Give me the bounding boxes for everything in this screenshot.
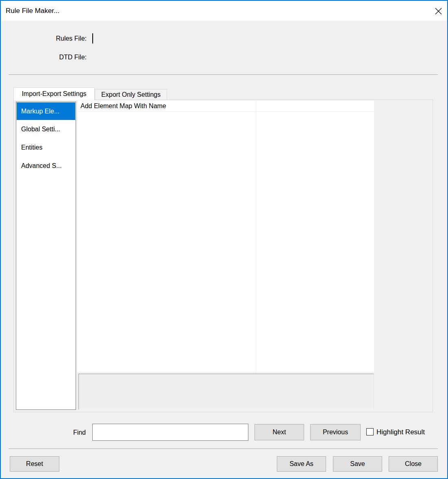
- save-button[interactable]: Save: [333, 456, 382, 472]
- list-item-entities[interactable]: Entities: [17, 138, 75, 157]
- list-item-global-settings[interactable]: Global Setti...: [17, 120, 75, 138]
- rule-file-maker-dialog: Rule File Maker... Rules File: DTD File:…: [0, 0, 448, 479]
- bottom-separator: [9, 449, 438, 449]
- dtd-file-label: DTD File:: [1, 53, 87, 62]
- dtd-file-value: [91, 51, 254, 63]
- rules-file-label: Rules File:: [1, 34, 87, 43]
- top-separator: [9, 74, 438, 75]
- find-label: Find: [1, 428, 86, 437]
- save-as-button[interactable]: Save As: [277, 456, 326, 472]
- title-bar: Rule File Maker...: [1, 1, 447, 21]
- tab-export-only-settings[interactable]: Export Only Settings: [95, 89, 167, 100]
- highlight-result-checkbox[interactable]: [366, 428, 374, 435]
- text-caret: [92, 33, 93, 44]
- previous-button[interactable]: Previous: [310, 424, 361, 440]
- element-map-panel[interactable]: Add Element Map With Name: [77, 100, 374, 372]
- tab-import-export-settings[interactable]: Import-Export Settings: [13, 87, 95, 100]
- close-button-footer[interactable]: Close: [389, 456, 438, 472]
- list-item-advanced-settings[interactable]: Advanced S...: [17, 157, 75, 175]
- highlight-result-label: Highlight Result: [376, 428, 425, 436]
- reset-button[interactable]: Reset: [10, 456, 59, 472]
- list-item-markup-elements[interactable]: Markup Ele...: [17, 102, 75, 120]
- next-button[interactable]: Next: [254, 424, 304, 440]
- window-title: Rule File Maker...: [1, 7, 59, 15]
- detail-panel: [78, 374, 374, 409]
- find-input[interactable]: [92, 424, 248, 441]
- close-button[interactable]: [433, 6, 443, 16]
- settings-category-list[interactable]: Markup Ele... Global Setti... Entities A…: [16, 102, 76, 410]
- element-map-header: Add Element Map With Name: [77, 100, 374, 112]
- rules-file-value[interactable]: [91, 33, 254, 44]
- close-icon: [435, 8, 442, 15]
- column-divider: [256, 100, 256, 372]
